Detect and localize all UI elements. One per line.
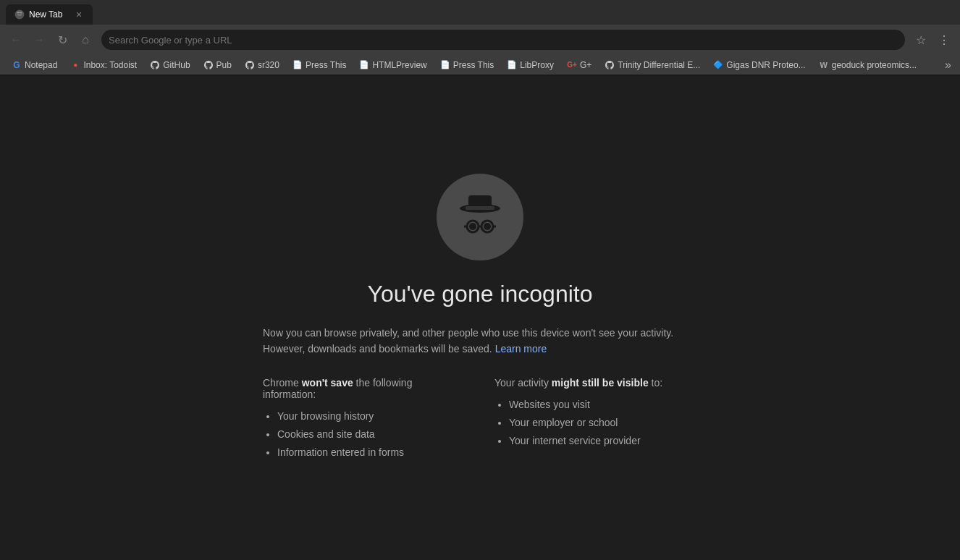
chrome-menu-button[interactable]: ⋮	[934, 30, 954, 50]
sr320-icon	[245, 60, 255, 70]
gigas-icon: 🔷	[713, 60, 723, 70]
bookmark-sr320[interactable]: sr320	[239, 57, 285, 73]
bookmark-pressthis2-label: Press This	[453, 60, 494, 70]
address-input[interactable]	[109, 35, 898, 46]
bookmark-pressthis1[interactable]: 📄 Press This	[287, 57, 352, 73]
bookmarks-more-button[interactable]: »	[942, 57, 954, 73]
wont-save-list: Your browsing history Cookies and site d…	[263, 409, 466, 460]
incognito-description: Now you can browse privately, and other …	[263, 325, 697, 357]
incognito-title: You've gone incognito	[263, 281, 697, 307]
notepad-icon: G	[12, 60, 22, 70]
bookmark-geoduck[interactable]: W geoduck proteomics...	[813, 57, 922, 73]
bookmark-pub-label: Pub	[216, 60, 232, 70]
wont-save-item-2: Cookies and site data	[277, 427, 466, 442]
wont-save-item-1: Your browsing history	[277, 409, 466, 424]
activity-prefix: Your activity	[494, 377, 552, 389]
bookmark-geoduck-label: geoduck proteomics...	[832, 60, 917, 70]
chrome-prefix: Chrome	[263, 377, 302, 389]
bookmark-libproxy-label: LibProxy	[520, 60, 554, 70]
still-visible-column: Your activity might still be visible to:…	[494, 377, 697, 463]
svg-rect-10	[466, 206, 494, 210]
pressthis1-icon: 📄	[292, 60, 303, 70]
tab-label: New Tab	[29, 9, 70, 20]
pub-icon	[203, 60, 214, 70]
still-visible-item-3: Your internet service provider	[509, 433, 697, 449]
bookmark-trinity[interactable]: Trinity Differential E...	[599, 57, 706, 73]
still-visible-item-1: Websites you visit	[509, 397, 697, 412]
bookmark-pub[interactable]: Pub	[198, 57, 237, 73]
bookmark-gigas[interactable]: 🔷 Gigas DNR Proteo...	[707, 57, 811, 73]
bookmark-trinity-label: Trinity Differential E...	[618, 60, 700, 70]
gplus-icon: G+	[567, 60, 577, 70]
activity-suffix: to:	[649, 377, 662, 389]
wont-save-column: Chrome won't save the following informat…	[263, 377, 466, 463]
bookmark-todoist-label: Inbox: Todoist	[83, 60, 137, 70]
bookmark-gigas-label: Gigas DNR Proteo...	[726, 60, 805, 70]
incognito-icon-wrapper	[437, 174, 523, 260]
todoist-icon: ●	[70, 60, 80, 70]
home-button[interactable]: ⌂	[75, 30, 96, 50]
page-content: You've gone incognito Now you can browse…	[0, 76, 960, 560]
incognito-icon	[451, 188, 509, 246]
svg-rect-4	[20, 12, 22, 14]
still-visible-title: Your activity might still be visible to:	[494, 377, 697, 389]
svg-point-13	[469, 223, 476, 230]
htmlpreview-icon: 📄	[359, 60, 369, 70]
bookmark-notepad[interactable]: G Notepad	[6, 57, 63, 73]
bookmark-libproxy[interactable]: 📄 LibProxy	[501, 57, 560, 73]
bookmark-gplus[interactable]: G+ G+	[561, 57, 597, 73]
trinity-icon	[605, 60, 615, 70]
browser-chrome: New Tab × ← → ↻ ⌂ ☆ ⋮ G Notepad ● Inbox:…	[0, 0, 960, 76]
svg-rect-3	[17, 12, 19, 14]
bookmark-notepad-label: Notepad	[25, 60, 57, 70]
bookmark-github1[interactable]: GitHub	[144, 57, 195, 73]
bookmark-gplus-label: G+	[580, 60, 591, 70]
active-tab[interactable]: New Tab ×	[6, 4, 93, 25]
back-button[interactable]: ←	[6, 30, 26, 50]
bookmark-star-button[interactable]: ☆	[911, 30, 931, 50]
address-bar	[101, 30, 905, 50]
wont-save-item-3: Information entered in forms	[277, 445, 466, 460]
bookmark-pressthis1-label: Press This	[306, 60, 346, 70]
geoduck-icon: W	[819, 60, 829, 70]
wont-save-title: Chrome won't save the following informat…	[263, 377, 466, 400]
learn-more-link[interactable]: Learn more	[495, 343, 547, 355]
tab-close-button[interactable]: ×	[74, 9, 84, 20]
bookmarks-bar: G Notepad ● Inbox: Todoist GitHub Pub sr…	[0, 55, 960, 75]
bookmark-htmlpreview[interactable]: 📄 HTMLPreview	[353, 57, 432, 73]
incognito-container: You've gone incognito Now you can browse…	[263, 174, 697, 464]
bookmark-todoist[interactable]: ● Inbox: Todoist	[64, 57, 143, 73]
bookmark-sr320-label: sr320	[258, 60, 279, 70]
wont-save-bold: won't save	[302, 377, 353, 389]
svg-point-15	[484, 223, 491, 230]
incognito-desc-text: Now you can browse privately, and other …	[263, 327, 673, 355]
still-visible-list: Websites you visit Your employer or scho…	[494, 397, 697, 449]
bookmark-htmlpreview-label: HTMLPreview	[372, 60, 426, 70]
svg-rect-7	[18, 14, 21, 15]
toolbar: ← → ↻ ⌂ ☆ ⋮	[0, 25, 960, 55]
still-visible-item-2: Your employer or school	[509, 415, 697, 430]
tab-favicon	[14, 9, 25, 20]
reload-button[interactable]: ↻	[52, 30, 72, 50]
tab-bar: New Tab ×	[0, 0, 960, 25]
info-columns: Chrome won't save the following informat…	[263, 377, 697, 463]
bookmark-pressthis2[interactable]: 📄 Press This	[434, 57, 500, 73]
still-visible-bold: might still be visible	[552, 377, 649, 389]
github1-icon	[150, 60, 160, 70]
forward-button[interactable]: →	[29, 30, 49, 50]
pressthis2-icon: 📄	[440, 60, 450, 70]
bookmark-github1-label: GitHub	[163, 60, 190, 70]
libproxy-icon: 📄	[507, 60, 517, 70]
